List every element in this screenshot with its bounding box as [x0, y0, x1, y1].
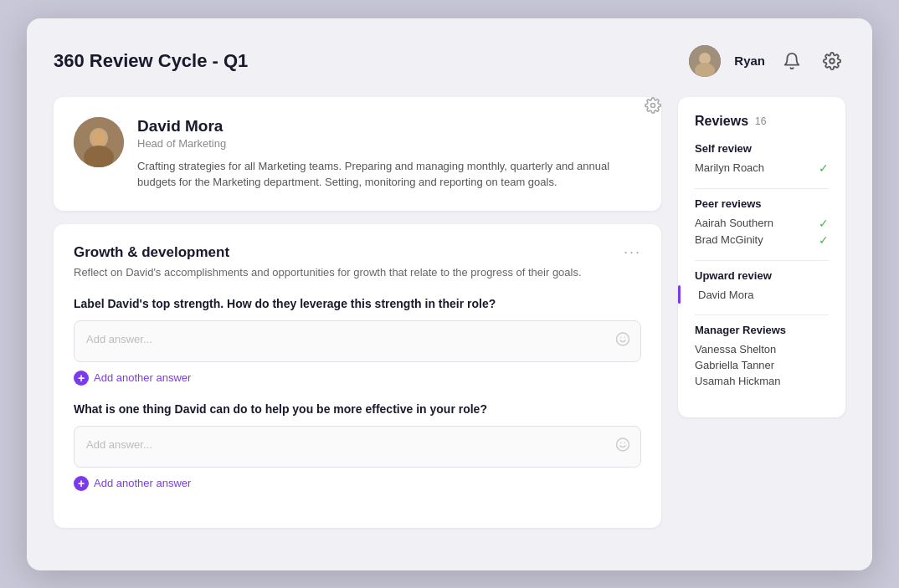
sidebar-section-upward-review: Upward review David Mora — [695, 269, 829, 303]
growth-menu-button[interactable]: ··· — [624, 244, 641, 259]
notifications-button[interactable] — [778, 48, 805, 74]
upward-review-title: Upward review — [695, 269, 829, 282]
self-review-title: Self review — [695, 142, 829, 155]
reviews-count: 16 — [755, 115, 766, 127]
growth-subtitle: Reflect on David's accomplishments and o… — [74, 266, 641, 279]
reviewer-marilyn-roach[interactable]: Marilyn Roach ✓ — [695, 160, 829, 176]
main-layout: David Mora Head of Marketing Crafting st… — [54, 97, 845, 528]
svg-point-7 — [92, 130, 105, 146]
emoji-button-2[interactable] — [615, 437, 630, 456]
growth-title: Growth & development — [74, 244, 229, 261]
completed-check: ✓ — [819, 217, 829, 230]
sidebar-section-peer-reviews: Peer reviews Aairah Southern ✓ Brad McGi… — [695, 197, 829, 248]
user-name: Ryan — [734, 54, 765, 68]
completed-check: ✓ — [819, 233, 829, 247]
reviewer-name: Brad McGinity — [695, 233, 763, 246]
profile-bio: Crafting strategies for all Marketing te… — [137, 158, 641, 191]
profile-info: David Mora Head of Marketing Crafting st… — [137, 117, 641, 191]
reviewer-gabriella-tanner[interactable]: Gabriella Tanner — [695, 357, 829, 373]
divider-3 — [695, 314, 829, 315]
header: 360 Review Cycle - Q1 Ryan — [54, 45, 845, 77]
reviewer-name: Gabriella Tanner — [695, 359, 774, 371]
add-answer-button-1[interactable]: + Add another answer — [74, 371, 191, 386]
reviewer-name: Usamah Hickman — [695, 375, 781, 387]
reviewer-usamah-hickman[interactable]: Usamah Hickman — [695, 373, 829, 389]
add-answer-label-1: Add another answer — [94, 371, 191, 384]
header-right: Ryan — [689, 45, 845, 77]
svg-point-12 — [617, 438, 629, 451]
reviewer-brad-mcginity[interactable]: Brad McGinity ✓ — [695, 232, 829, 248]
answer-placeholder-2: Add answer... — [86, 438, 152, 451]
active-indicator — [678, 285, 681, 304]
add-answer-label-2: Add another answer — [94, 477, 191, 489]
svg-point-1 — [699, 53, 711, 64]
question-1-label: Label David's top strength. How do they … — [74, 297, 641, 310]
reviewer-name: David Mora — [698, 289, 753, 301]
reviewer-name: Marilyn Roach — [695, 161, 764, 174]
sidebar-section-manager-reviews: Manager Reviews Vanessa Shelton Gabriell… — [695, 324, 829, 389]
left-column: David Mora Head of Marketing Crafting st… — [54, 97, 661, 528]
plus-icon-2: + — [74, 476, 89, 491]
reviewer-aairah-southern[interactable]: Aairah Southern ✓ — [695, 215, 829, 232]
manager-reviews-title: Manager Reviews — [695, 324, 829, 336]
divider-2 — [695, 260, 829, 261]
svg-point-9 — [617, 333, 629, 345]
app-container: 360 Review Cycle - Q1 Ryan — [27, 18, 872, 570]
reviewer-vanessa-shelton[interactable]: Vanessa Shelton — [695, 341, 829, 357]
sidebar-reviews-title: Reviews — [695, 114, 748, 129]
emoji-button-1[interactable] — [615, 331, 630, 350]
reviewer-name: Aairah Southern — [695, 217, 773, 229]
settings-button[interactable] — [819, 48, 845, 74]
profile-settings-button[interactable] — [645, 97, 661, 118]
answer-input-1[interactable]: Add answer... — [74, 320, 641, 362]
sidebar-reviews-header: Reviews 16 — [695, 114, 829, 129]
question-2-label: What is one thing David can do to help y… — [74, 402, 641, 416]
page-title: 360 Review Cycle - Q1 — [54, 50, 248, 72]
sidebar-section-self-review: Self review Marilyn Roach ✓ — [695, 142, 829, 176]
profile-avatar — [74, 117, 124, 167]
plus-icon-1: + — [74, 371, 89, 386]
answer-input-2[interactable]: Add answer... — [74, 426, 641, 468]
profile-name: David Mora — [137, 117, 641, 135]
completed-check: ✓ — [819, 161, 829, 175]
answer-placeholder-1: Add answer... — [86, 333, 152, 345]
add-answer-button-2[interactable]: + Add another answer — [74, 476, 191, 491]
reviewer-name: Vanessa Shelton — [695, 343, 776, 355]
profile-job-title: Head of Marketing — [137, 137, 641, 150]
sidebar-card: Reviews 16 Self review Marilyn Roach ✓ P… — [678, 97, 845, 417]
peer-reviews-title: Peer reviews — [695, 197, 829, 210]
reviewer-david-mora[interactable]: David Mora — [695, 287, 829, 303]
right-sidebar: Reviews 16 Self review Marilyn Roach ✓ P… — [678, 97, 845, 528]
divider-1 — [695, 188, 829, 189]
growth-card: Growth & development ··· Reflect on Davi… — [54, 224, 661, 528]
user-avatar — [689, 45, 721, 77]
profile-card: David Mora Head of Marketing Crafting st… — [54, 97, 661, 211]
svg-point-3 — [830, 59, 835, 64]
svg-point-8 — [651, 103, 655, 107]
growth-card-header: Growth & development ··· — [74, 244, 641, 261]
